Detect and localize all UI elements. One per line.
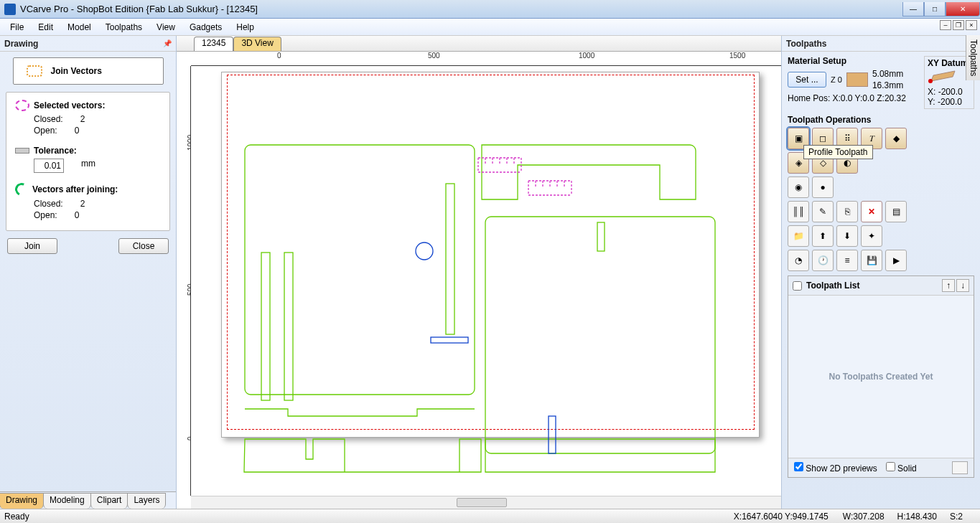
- array-icon[interactable]: ⬇: [836, 225, 858, 247]
- move-up-button[interactable]: ↑: [942, 279, 955, 292]
- tab-modeling[interactable]: Modeling: [43, 493, 91, 509]
- svg-rect-4: [485, 217, 715, 453]
- vectors-after-icon: [13, 181, 29, 197]
- toolpaths-panel: Toolpaths 📌 Material Setup Set ... Z 0 5…: [781, 36, 980, 509]
- menu-file[interactable]: File: [3, 20, 31, 34]
- toolpath-list-checkbox[interactable]: [793, 281, 802, 291]
- svg-rect-5: [597, 222, 605, 251]
- tab-3d-view[interactable]: 3D View: [233, 37, 281, 51]
- selected-open-label: Open:: [34, 126, 57, 136]
- mdi-close-button[interactable]: ×: [966, 20, 977, 30]
- tab-layers[interactable]: Layers: [127, 493, 166, 509]
- svg-point-10: [928, 79, 933, 83]
- menu-gadgets[interactable]: Gadgets: [182, 20, 229, 34]
- after-open-value: 0: [75, 210, 80, 220]
- canvas-area: 12345 3D View 0 500 1000 1500 0 500 1000: [177, 36, 781, 509]
- join-button[interactable]: Join: [7, 238, 57, 254]
- tab-clipart[interactable]: Clipart: [90, 493, 129, 509]
- xy-datum-x: X: -200.0: [928, 87, 971, 97]
- selected-closed-label: Closed:: [34, 114, 63, 124]
- tool-db-icon[interactable]: ║║: [788, 201, 809, 222]
- maximize-button[interactable]: □: [924, 2, 946, 17]
- ruler-h-tick: 1500: [729, 52, 745, 60]
- xy-datum-icon: [928, 68, 956, 85]
- delete-toolpath-icon[interactable]: ✕: [861, 201, 882, 222]
- save-toolpath-icon[interactable]: 💾: [861, 250, 882, 271]
- menu-help[interactable]: Help: [229, 20, 261, 34]
- toolpaths-panel-header: Toolpaths 📌: [782, 36, 980, 52]
- move-down-button[interactable]: ↓: [956, 279, 969, 292]
- menu-toolpaths[interactable]: Toolpaths: [98, 20, 149, 34]
- selected-vectors-icon: [15, 100, 29, 111]
- z0-label: Z 0: [831, 75, 842, 84]
- preview-icon[interactable]: ◔: [788, 250, 809, 271]
- toolpaths-vertical-tab[interactable]: Toolpaths: [966, 35, 980, 80]
- svg-marker-9: [931, 71, 955, 81]
- home-pos-label: Home Pos:: [788, 93, 830, 103]
- minimize-button[interactable]: —: [902, 2, 924, 17]
- tolerance-icon: [15, 148, 29, 154]
- left-tabs: Drawing Modeling Clipart Layers: [0, 491, 176, 509]
- tolerance-label: Tolerance:: [34, 146, 77, 156]
- status-ready: Ready: [4, 512, 29, 522]
- svg-rect-0: [245, 145, 475, 395]
- toolpath-list: Toolpath List ↑↓ No Toolpaths Created Ye…: [788, 275, 974, 478]
- xy-datum-label: XY Datum: [928, 58, 971, 68]
- join-vectors-label: Join Vectors: [51, 66, 102, 76]
- close-panel-button[interactable]: Close: [118, 238, 169, 254]
- mdi-restore-button[interactable]: ❐: [953, 20, 964, 30]
- ruler-h-tick: 500: [428, 52, 440, 60]
- edit-tool-icon[interactable]: ✎: [812, 201, 834, 222]
- scrollbar-horizontal[interactable]: [191, 496, 781, 509]
- tooltip: Profile Toolpath: [803, 145, 873, 159]
- tab-drawing[interactable]: Drawing: [0, 493, 44, 509]
- window-title: VCarve Pro - ShopBot Edition {Fab Lab Su…: [20, 4, 902, 14]
- menu-edit[interactable]: Edit: [31, 20, 60, 34]
- title-bar: VCarve Pro - ShopBot Edition {Fab Lab Su…: [0, 0, 980, 19]
- close-button[interactable]: ✕: [946, 2, 980, 17]
- inlay-toolpath-icon[interactable]: ◆: [885, 128, 907, 149]
- tab-12345[interactable]: 12345: [194, 37, 233, 51]
- drawing-panel-header: Drawing 📌: [0, 36, 176, 52]
- clock-icon[interactable]: 🕐: [812, 250, 834, 271]
- material-icon: [846, 72, 868, 87]
- material-thickness-1: 5.08mm: [872, 69, 903, 79]
- material-set-button[interactable]: Set ...: [788, 72, 826, 88]
- show-2d-checkbox[interactable]: Show 2D previews: [794, 462, 877, 473]
- status-h: H:148.430: [897, 512, 937, 522]
- spiral-toolpath-icon[interactable]: ◉: [788, 176, 809, 198]
- list-options-button[interactable]: [952, 461, 968, 474]
- svg-rect-8: [549, 416, 556, 453]
- join-vectors-icon: [27, 65, 42, 77]
- material-thickness-2: 16.3mm: [872, 80, 903, 90]
- svg-rect-7: [431, 337, 468, 343]
- copy-toolpath-icon[interactable]: ⎘: [836, 201, 858, 222]
- output-icon[interactable]: ▶: [885, 250, 907, 271]
- selected-vectors-label: Selected vectors:: [34, 100, 105, 110]
- tolerance-input[interactable]: [34, 159, 64, 173]
- folder-icon[interactable]: 📁: [788, 225, 809, 247]
- merge-icon[interactable]: ⬆: [812, 225, 834, 247]
- toolpath-list-empty: No Toolpaths Created Yet: [788, 296, 974, 458]
- selected-open-value: 0: [75, 126, 80, 136]
- menu-model[interactable]: Model: [60, 20, 98, 34]
- sphere-toolpath-icon[interactable]: ●: [812, 176, 834, 198]
- scrollbar-thumb[interactable]: [457, 498, 507, 507]
- summary-icon[interactable]: ≡: [836, 250, 858, 271]
- ruler-horizontal: 0 500 1000 1500: [191, 52, 781, 66]
- join-vectors-button[interactable]: Join Vectors: [13, 57, 164, 85]
- status-bar: Ready X:1647.6040 Y:949.1745 W:307.208 H…: [0, 509, 980, 523]
- vectors-after-label: Vectors after joining:: [32, 184, 118, 194]
- pin-icon[interactable]: 📌: [163, 39, 172, 47]
- after-closed-label: Closed:: [34, 199, 63, 209]
- solid-checkbox[interactable]: Solid: [886, 462, 917, 473]
- app-icon: [4, 4, 16, 15]
- xy-datum-y: Y: -200.0: [928, 97, 971, 107]
- tolerance-unit: mm: [81, 159, 95, 173]
- mdi-minimize-button[interactable]: –: [940, 20, 951, 30]
- nesting-icon[interactable]: ✦: [861, 225, 882, 247]
- material-setup-label: Material Setup: [788, 56, 917, 66]
- calculator-icon[interactable]: ▤: [885, 201, 907, 222]
- menu-view[interactable]: View: [149, 20, 182, 34]
- after-closed-value: 2: [80, 199, 85, 209]
